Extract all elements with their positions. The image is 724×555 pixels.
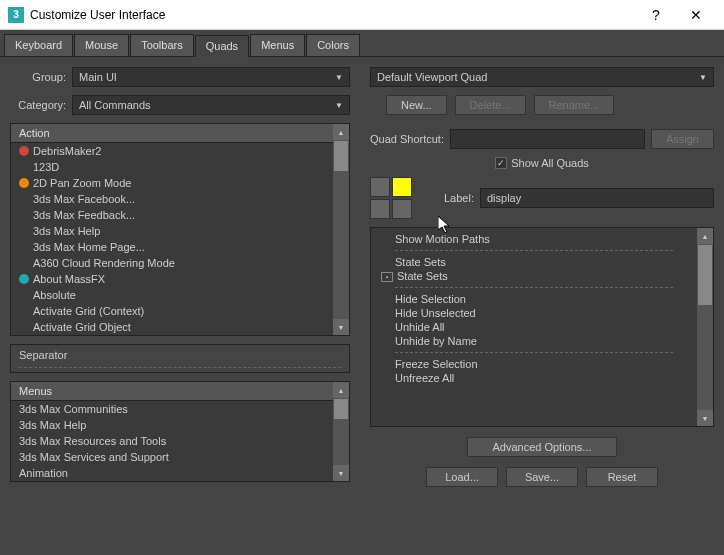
help-button[interactable]: ?	[636, 0, 676, 30]
list-item[interactable]: Animation	[11, 465, 333, 481]
load-button[interactable]: Load...	[426, 467, 498, 487]
show-all-quads-checkbox[interactable]: ✓ Show All Quads	[495, 157, 589, 169]
list-item[interactable]: DebrisMaker2	[11, 143, 333, 159]
info-icon	[19, 274, 29, 284]
quad-shortcut-input[interactable]	[450, 129, 645, 149]
list-item[interactable]: 3ds Max Facebook...	[11, 191, 333, 207]
scroll-thumb[interactable]	[334, 141, 348, 171]
list-item[interactable]: Absolute	[11, 287, 333, 303]
tree-item[interactable]: Unhide by Name	[377, 334, 691, 348]
scroll-thumb[interactable]	[334, 399, 348, 419]
quad-shortcut-label: Quad Shortcut:	[370, 133, 444, 145]
list-item[interactable]: 3ds Max Resources and Tools	[11, 433, 333, 449]
list-item[interactable]: Activate Grid Object	[11, 319, 333, 335]
quad-cell-tr[interactable]	[392, 177, 412, 197]
scroll-down-icon[interactable]: ▼	[697, 410, 713, 426]
save-button[interactable]: Save...	[506, 467, 578, 487]
tree-item[interactable]: State Sets	[377, 255, 691, 269]
scroll-up-icon[interactable]: ▲	[333, 382, 349, 398]
action-header[interactable]: Action	[11, 124, 333, 143]
pan-icon	[19, 178, 29, 188]
plugin-icon	[19, 146, 29, 156]
scroll-down-icon[interactable]: ▼	[333, 319, 349, 335]
delete-button[interactable]: Delete...	[455, 95, 526, 115]
quad-menu-tree[interactable]: Show Motion Paths State Sets State Sets …	[371, 228, 697, 426]
tree-separator	[395, 352, 673, 353]
advanced-options-button[interactable]: Advanced Options...	[467, 437, 616, 457]
separator-header: Separator	[19, 349, 341, 361]
quad-preset-select[interactable]: Default Viewport Quad ▼	[370, 67, 714, 87]
label-label: Label:	[444, 192, 474, 204]
quad-selector[interactable]	[370, 177, 412, 219]
list-item[interactable]: 2D Pan Zoom Mode	[11, 175, 333, 191]
new-button[interactable]: New...	[386, 95, 447, 115]
list-item[interactable]: About MassFX	[11, 271, 333, 287]
scroll-thumb[interactable]	[698, 245, 712, 305]
scroll-down-icon[interactable]: ▼	[333, 465, 349, 481]
chevron-down-icon: ▼	[335, 73, 343, 82]
tree-item[interactable]: Hide Unselected	[377, 306, 691, 320]
tree-separator	[395, 287, 673, 288]
tab-toolbars[interactable]: Toolbars	[130, 34, 194, 56]
tab-colors[interactable]: Colors	[306, 34, 360, 56]
tree-item[interactable]: Freeze Selection	[377, 357, 691, 371]
tree-separator	[395, 250, 673, 251]
list-item[interactable]: A360 Cloud Rendering Mode	[11, 255, 333, 271]
scroll-up-icon[interactable]: ▲	[697, 228, 713, 244]
tree-item[interactable]: Show Motion Paths	[377, 232, 691, 246]
quad-cell-br[interactable]	[392, 199, 412, 219]
list-item[interactable]: 123D	[11, 159, 333, 175]
tab-menus[interactable]: Menus	[250, 34, 305, 56]
close-button[interactable]: ✕	[676, 0, 716, 30]
rename-button[interactable]: Rename...	[534, 95, 615, 115]
app-icon: 3	[8, 7, 24, 23]
scrollbar[interactable]: ▲ ▼	[697, 228, 713, 426]
assign-button[interactable]: Assign	[651, 129, 714, 149]
tree-item[interactable]: Unhide All	[377, 320, 691, 334]
list-item[interactable]: 3ds Max Feedback...	[11, 207, 333, 223]
tree-item[interactable]: Unfreeze All	[377, 371, 691, 385]
chevron-down-icon: ▼	[335, 101, 343, 110]
scroll-up-icon[interactable]: ▲	[333, 124, 349, 140]
window-title: Customize User Interface	[30, 8, 636, 22]
group-label: Group:	[10, 71, 66, 83]
scrollbar[interactable]: ▲ ▼	[333, 124, 349, 335]
checkbox-icon: ✓	[495, 157, 507, 169]
list-item[interactable]: 3ds Max Help	[11, 417, 333, 433]
tab-keyboard[interactable]: Keyboard	[4, 34, 73, 56]
list-item[interactable]: 3ds Max Help	[11, 223, 333, 239]
tab-quads[interactable]: Quads	[195, 35, 249, 57]
scrollbar[interactable]: ▲ ▼	[333, 382, 349, 481]
category-label: Category:	[10, 99, 66, 111]
tab-mouse[interactable]: Mouse	[74, 34, 129, 56]
list-item[interactable]: 3ds Max Communities	[11, 401, 333, 417]
reset-button[interactable]: Reset	[586, 467, 658, 487]
list-item[interactable]: Activate Grid (Context)	[11, 303, 333, 319]
quad-cell-tl[interactable]	[370, 177, 390, 197]
chevron-down-icon: ▼	[699, 73, 707, 82]
menus-header[interactable]: Menus	[11, 382, 333, 401]
tree-item[interactable]: Hide Selection	[377, 292, 691, 306]
quad-cell-bl[interactable]	[370, 199, 390, 219]
tree-item[interactable]: State Sets	[377, 269, 691, 283]
group-select[interactable]: Main UI ▼	[72, 67, 350, 87]
list-item[interactable]: 3ds Max Services and Support	[11, 449, 333, 465]
list-item[interactable]: 3ds Max Home Page...	[11, 239, 333, 255]
label-input[interactable]: display	[480, 188, 714, 208]
category-select[interactable]: All Commands ▼	[72, 95, 350, 115]
